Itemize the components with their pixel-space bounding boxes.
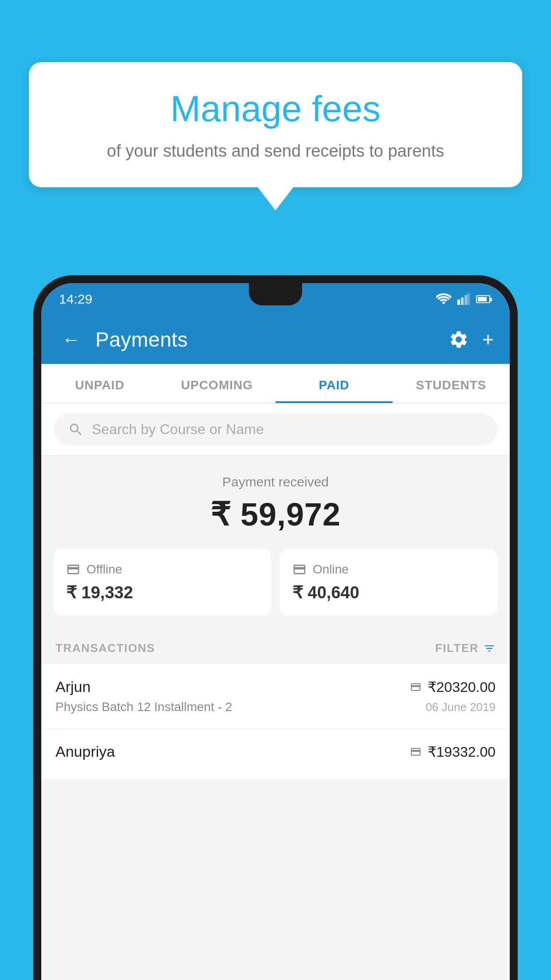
status-time: 14:29 <box>59 292 92 307</box>
tabs-bar: UNPAID UPCOMING PAID STUDENTS <box>41 364 510 403</box>
notch <box>249 283 302 305</box>
svg-rect-3 <box>467 293 470 305</box>
online-amount: ₹ 40,640 <box>292 583 485 602</box>
signal-icon <box>457 293 470 305</box>
offline-amount: ₹ 19,332 <box>66 583 259 602</box>
filter-icon <box>483 642 496 655</box>
phone-wrapper: 14:29 <box>33 275 518 980</box>
transactions-header: TRANSACTIONS FILTER <box>41 629 510 664</box>
online-card: Online ₹ 40,640 <box>280 549 497 616</box>
transaction-name-anupriya: Anupriya <box>55 743 115 760</box>
bubble-arrow <box>258 187 293 210</box>
online-label: Online <box>313 562 349 577</box>
add-button[interactable]: + <box>482 328 494 351</box>
phone-outer: 14:29 <box>33 275 518 980</box>
svg-rect-2 <box>464 295 467 305</box>
settings-icon[interactable] <box>449 329 469 350</box>
online-icon <box>292 562 307 577</box>
status-bar: 14:29 <box>41 283 510 315</box>
transaction-course-arjun: Physics Batch 12 Installment - 2 <box>55 700 232 714</box>
transaction-name-arjun: Arjun <box>55 678 91 695</box>
payment-total: ₹ 59,972 <box>41 496 510 533</box>
search-container: Search by Course or Name <box>41 403 510 456</box>
search-box[interactable]: Search by Course or Name <box>54 413 497 446</box>
transaction-amount-arjun: ₹20320.00 <box>428 679 496 695</box>
battery-icon <box>476 295 490 303</box>
speech-bubble-wrapper: Manage fees of your students and send re… <box>29 62 522 210</box>
transactions-label: TRANSACTIONS <box>55 641 155 655</box>
transaction-amount-anupriya: ₹19332.00 <box>428 743 496 760</box>
payment-summary: Payment received ₹ 59,972 <box>41 456 510 549</box>
offline-card-header: Offline <box>66 562 259 577</box>
tab-students[interactable]: STUDENTS <box>393 364 510 403</box>
tab-unpaid[interactable]: UNPAID <box>41 364 158 403</box>
back-button[interactable]: ← <box>57 324 85 355</box>
svg-rect-0 <box>457 300 460 305</box>
amount-wrap-anupriya: ₹19332.00 <box>409 743 496 760</box>
filter-label: FILTER <box>435 641 479 655</box>
svg-rect-1 <box>461 297 464 305</box>
table-row: Arjun ₹20320.00 Physics Batch 12 Install… <box>41 664 510 729</box>
online-card-header: Online <box>292 562 485 577</box>
transaction-list: Arjun ₹20320.00 Physics Batch 12 Install… <box>41 664 510 779</box>
table-row: Anupriya ₹19332.00 <box>41 729 510 779</box>
bubble-subtitle: of your students and send receipts to pa… <box>64 139 487 163</box>
amount-wrap-arjun: ₹20320.00 <box>409 679 496 695</box>
speech-bubble: Manage fees of your students and send re… <box>29 62 522 187</box>
app-bar: ← Payments + <box>41 315 510 364</box>
offline-payment-icon <box>409 746 422 758</box>
status-icons <box>436 293 492 305</box>
bubble-title: Manage fees <box>64 89 487 129</box>
app-bar-actions: + <box>449 328 494 351</box>
online-payment-icon <box>409 681 422 693</box>
payment-cards: Offline ₹ 19,332 Online ₹ 40,640 <box>41 549 510 629</box>
offline-label: Offline <box>87 562 122 577</box>
payment-received-label: Payment received <box>41 474 510 490</box>
search-placeholder: Search by Course or Name <box>92 421 264 438</box>
wifi-icon <box>436 293 451 305</box>
phone-inner: 14:29 <box>41 283 510 980</box>
transaction-bottom-arjun: Physics Batch 12 Installment - 2 06 June… <box>55 700 496 714</box>
tab-upcoming[interactable]: UPCOMING <box>158 364 276 403</box>
offline-icon <box>66 562 80 577</box>
search-icon <box>68 422 84 438</box>
app-bar-title: Payments <box>95 328 438 352</box>
transaction-date-arjun: 06 June 2019 <box>425 700 496 714</box>
tab-paid[interactable]: PAID <box>276 364 393 403</box>
offline-card: Offline ₹ 19,332 <box>54 549 271 616</box>
filter-button[interactable]: FILTER <box>435 641 496 655</box>
transaction-top-arjun: Arjun ₹20320.00 <box>55 678 496 695</box>
transaction-top-anupriya: Anupriya ₹19332.00 <box>55 743 496 760</box>
